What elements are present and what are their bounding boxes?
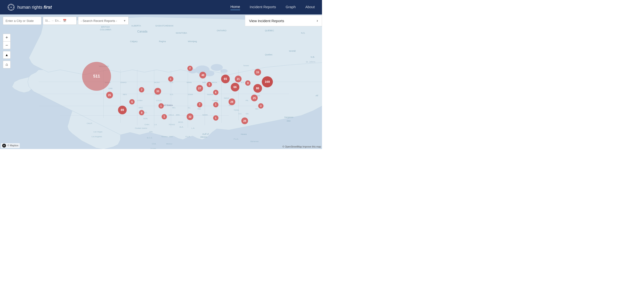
marker-m6b[interactable]: 6 — [129, 99, 135, 104]
marker-m28b[interactable]: 28 — [241, 117, 248, 124]
map-container[interactable]: Canada BRITISH COLUMBIA ALBERTA SASKATCH… — [0, 14, 322, 149]
mapbox-credit: M © Mapbox — [1, 143, 20, 148]
svg-text:N.S.: N.S. — [301, 32, 306, 34]
svg-text:OKLA.: OKLA. — [168, 114, 174, 116]
svg-text:CHIH.: CHIH. — [144, 123, 150, 126]
svg-text:PA.: PA. — [246, 99, 248, 102]
zoom-out-button[interactable]: − — [3, 41, 10, 49]
marker-m1a[interactable]: 1 — [168, 76, 174, 82]
svg-text:Bahamas: Bahamas — [250, 140, 259, 142]
svg-text:N.D.: N.D. — [170, 81, 174, 83]
dropdown-arrow-icon: ▼ — [123, 19, 126, 22]
svg-point-6 — [9, 5, 10, 6]
logo-icon — [7, 3, 15, 11]
marker-m27[interactable]: 27 — [196, 85, 203, 92]
svg-text:S.C.: S.C. — [238, 113, 242, 115]
marker-m65[interactable]: 65 — [221, 75, 230, 83]
svg-text:FLLA.: FLLA. — [234, 138, 239, 140]
marker-m48[interactable]: 48 — [200, 72, 206, 78]
svg-text:L.A.: L.A. — [154, 124, 157, 125]
marker-m66[interactable]: 66 — [231, 83, 240, 91]
svg-text:NEBR.: NEBR. — [202, 114, 208, 116]
svg-text:Chicago: Chicago — [212, 100, 218, 102]
nav-graph[interactable]: Graph — [286, 5, 296, 10]
svg-text:ARK.: ARK. — [176, 114, 180, 116]
marker-m32[interactable]: 32 — [187, 113, 194, 120]
svg-text:Ciudad Juárez: Ciudad Juárez — [135, 127, 148, 129]
marker-m9[interactable]: 9 — [139, 110, 144, 115]
marker-m21[interactable]: 21 — [235, 76, 242, 82]
marker-m33[interactable]: 33 — [154, 88, 161, 95]
svg-text:MISS.: MISS. — [178, 121, 184, 123]
marker-m169[interactable]: 169 — [262, 76, 273, 87]
search-reports-dropdown[interactable]: - Search Recent Reports - ▼ — [78, 16, 128, 25]
marker-m25a[interactable]: 25 — [106, 92, 113, 98]
svg-point-8 — [9, 9, 10, 9]
svg-text:Havana: Havana — [241, 133, 246, 135]
marker-m1b[interactable]: 1 — [207, 82, 212, 87]
marker-m1f[interactable]: 1 — [213, 115, 218, 121]
svg-text:COA.: COA. — [152, 143, 156, 145]
marker-m25b[interactable]: 25 — [251, 95, 258, 101]
nav-home[interactable]: Home — [230, 4, 240, 10]
logo-area: human rights first — [7, 3, 52, 11]
date-arrow: → — [51, 19, 54, 22]
svg-text:SASKATCHEWAN: SASKATCHEWAN — [155, 24, 174, 27]
svg-text:Toronto: Toronto — [243, 65, 249, 66]
marker-m3[interactable]: 3 — [258, 103, 264, 109]
svg-point-9 — [12, 9, 13, 9]
svg-text:QUÉBEC: QUÉBEC — [265, 29, 274, 32]
date-range-picker[interactable]: St... → En... 📅 — [43, 16, 76, 25]
marker-m1d[interactable]: 1 — [213, 102, 218, 107]
marker-m86[interactable]: 86 — [253, 84, 262, 93]
marker-m2[interactable]: 2 — [187, 66, 193, 71]
marker-m15[interactable]: 15 — [254, 69, 261, 76]
svg-text:ILL.: ILL. — [188, 107, 191, 109]
date-end: En... — [55, 19, 61, 22]
marker-m28a[interactable]: 28 — [228, 98, 235, 105]
svg-text:FLLA.: FLLA. — [186, 136, 190, 138]
svg-text:Mexico: Mexico — [200, 136, 207, 138]
svg-text:MICH.: MICH. — [212, 81, 218, 83]
marker-m7b[interactable]: 7 — [197, 102, 202, 107]
svg-text:Detroit: Detroit — [224, 97, 229, 99]
svg-text:BRITISH: BRITISH — [101, 26, 110, 28]
marker-m1e[interactable]: 1 — [162, 114, 167, 119]
marker-m89[interactable]: 89 — [118, 106, 127, 114]
marker-m8[interactable]: 8 — [245, 80, 250, 86]
osm-credit: © OpenStreetMap Improve this map — [282, 145, 321, 148]
svg-text:IDAHO: IDAHO — [120, 81, 126, 83]
svg-point-15 — [220, 69, 228, 73]
view-incident-reports-button[interactable]: View Incident Reports › — [245, 15, 322, 26]
svg-text:TEXAS: TEXAS — [168, 123, 175, 126]
svg-text:Las Vegas: Las Vegas — [94, 131, 102, 133]
mapbox-text: © Mapbox — [8, 144, 18, 147]
navigation: Home Incident Reports Graph About — [230, 4, 315, 10]
svg-text:St. John's: St. John's — [306, 61, 316, 63]
nav-about[interactable]: About — [306, 5, 315, 10]
marker-m6a[interactable]: 6 — [213, 90, 218, 95]
svg-text:IOWA: IOWA — [188, 93, 193, 96]
svg-text:ALA.: ALA. — [180, 126, 184, 128]
svg-text:Regina: Regina — [159, 40, 166, 43]
marker-portland[interactable]: 511 — [82, 62, 111, 91]
city-state-input[interactable] — [3, 16, 42, 25]
compass-button[interactable]: ▲ — [3, 51, 10, 59]
map-svg: Canada BRITISH COLUMBIA ALBERTA SASKATCH… — [0, 14, 322, 149]
svg-text:COLUMBIA: COLUMBIA — [100, 28, 111, 31]
svg-text:Winnipeg: Winnipeg — [188, 40, 197, 43]
svg-point-4 — [8, 7, 9, 8]
svg-text:MO.: MO. — [172, 107, 176, 109]
zoom-in-button[interactable]: + — [3, 34, 10, 41]
marker-m1c[interactable]: 1 — [158, 103, 164, 109]
svg-text:NEV.: NEV. — [123, 93, 127, 96]
svg-text:GA.: GA. — [246, 113, 249, 115]
osm-text: © OpenStreetMap Improve this map — [282, 145, 321, 148]
nav-incident-reports[interactable]: Incident Reports — [250, 5, 276, 10]
home-button[interactable]: ⌂ — [3, 61, 10, 68]
svg-text:MANITOBA: MANITOBA — [176, 32, 187, 34]
svg-text:TAM.: TAM. — [168, 136, 173, 138]
svg-text:Gulf of: Gulf of — [202, 133, 209, 135]
marker-m7a[interactable]: 7 — [139, 87, 144, 92]
svg-text:MONT.: MONT. — [154, 81, 160, 83]
